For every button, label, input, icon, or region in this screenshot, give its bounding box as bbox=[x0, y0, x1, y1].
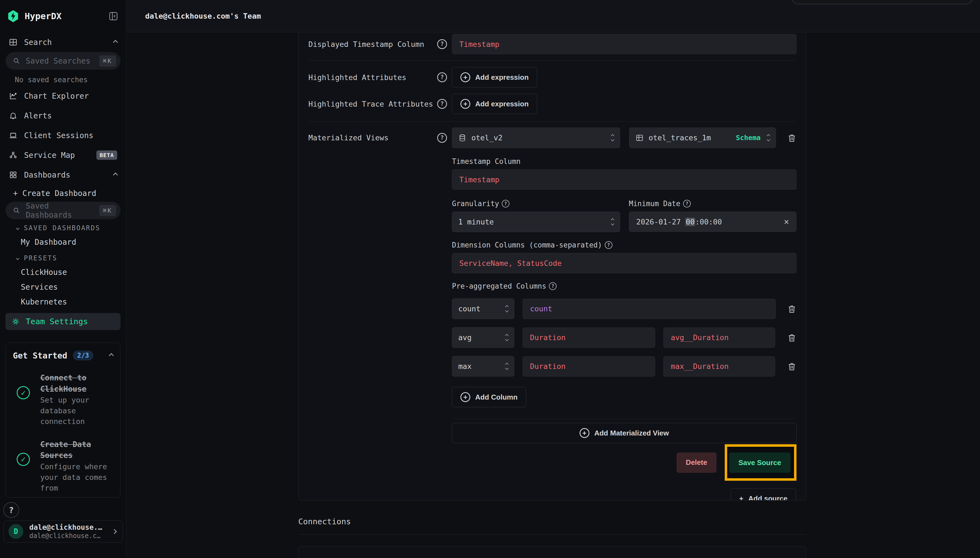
step-create-data-sources[interactable]: ✓ Create Data Sources Configure where yo… bbox=[13, 439, 113, 494]
help-button[interactable]: ? bbox=[3, 502, 19, 518]
sidebar-item-label: Dashboards bbox=[24, 171, 70, 179]
user-menu[interactable]: D dale@clickhouse.… dale@clickhouse.c… bbox=[3, 520, 123, 543]
timestamp-column-input[interactable]: Timestamp bbox=[452, 169, 797, 190]
saved-dashboards-placeholder: Saved Dashboards bbox=[26, 202, 94, 220]
save-source-highlight-ring: Save Source bbox=[725, 444, 797, 481]
button-label: Add Column bbox=[475, 393, 518, 402]
sidebar-collapse-icon[interactable] bbox=[108, 11, 118, 21]
alias-input[interactable]: avg__Duration bbox=[663, 328, 775, 348]
help-icon[interactable]: ? bbox=[502, 200, 509, 207]
plus-circle-icon: + bbox=[460, 72, 470, 82]
database-select[interactable]: otel_v2 bbox=[452, 128, 620, 148]
chevron-up-icon[interactable] bbox=[113, 40, 118, 45]
clear-date-icon[interactable]: × bbox=[784, 217, 789, 227]
delete-row-trash-icon[interactable] bbox=[787, 361, 797, 371]
pre-aggregated-label: Pre-aggregated Columns ? bbox=[452, 282, 797, 290]
help-icon[interactable]: ? bbox=[549, 282, 556, 290]
granularity-select[interactable]: 1 minute bbox=[452, 212, 620, 232]
beta-badge: BETA bbox=[97, 151, 117, 160]
help-icon[interactable]: ? bbox=[437, 72, 447, 82]
sidebar-item-dashboards[interactable]: Dashboards bbox=[5, 165, 121, 185]
table-value: otel_traces_1m bbox=[649, 133, 711, 142]
fn-value: count bbox=[458, 305, 480, 313]
sidebar-item-search[interactable]: Search bbox=[5, 32, 121, 52]
sidebar-item-my-dashboard[interactable]: My Dashboard bbox=[5, 235, 121, 249]
sidebar-item-kubernetes[interactable]: Kubernetes bbox=[5, 294, 121, 309]
expression-input[interactable]: count bbox=[523, 299, 775, 319]
chevron-up-icon[interactable] bbox=[109, 353, 114, 358]
table-select[interactable]: otel_traces_1m Schema bbox=[629, 128, 776, 148]
add-trace-expression-button[interactable]: + Add expression bbox=[452, 94, 537, 114]
help-icon[interactable]: ? bbox=[437, 39, 447, 49]
add-column-button[interactable]: + Add Column bbox=[452, 387, 526, 407]
delete-source-button[interactable]: Delete bbox=[677, 453, 717, 473]
sidebar-item-services[interactable]: Services bbox=[5, 279, 121, 294]
section-saved-dashboards[interactable]: SAVED DASHBOARDS bbox=[5, 219, 121, 235]
help-icon[interactable]: ? bbox=[605, 241, 612, 249]
step-title: Create Data Sources bbox=[40, 439, 113, 461]
add-expression-button[interactable]: + Add expression bbox=[452, 67, 537, 87]
chevron-up-icon[interactable] bbox=[113, 172, 118, 177]
alias-input[interactable]: max__Duration bbox=[663, 356, 775, 377]
section-presets[interactable]: PRESETS bbox=[5, 249, 121, 265]
connections-divider bbox=[298, 534, 807, 535]
sidebar-item-client-sessions[interactable]: Client Sessions bbox=[5, 126, 121, 145]
floating-pill-partial bbox=[791, 0, 973, 4]
sidebar-item-chart-explorer[interactable]: Chart Explorer bbox=[5, 86, 121, 106]
expression-input[interactable]: Duration bbox=[523, 356, 655, 377]
input-value: count bbox=[530, 305, 552, 313]
saved-dashboards-input[interactable]: Saved Dashboards ⌘K bbox=[5, 202, 121, 219]
delete-row-trash-icon[interactable] bbox=[787, 333, 797, 343]
help-icon[interactable]: ? bbox=[437, 99, 447, 109]
gear-icon bbox=[11, 317, 20, 326]
delete-row-trash-icon[interactable] bbox=[787, 304, 797, 314]
database-value: otel_v2 bbox=[471, 133, 502, 142]
aggregation-fn-select[interactable]: count bbox=[452, 299, 514, 319]
button-label: Add expression bbox=[475, 100, 528, 108]
source-settings-card: Displayed Timestamp Column ? Timestamp H… bbox=[298, 32, 807, 501]
sidebar-item-service-map[interactable]: Service Map BETA bbox=[5, 145, 121, 165]
dimension-columns-input[interactable]: ServiceName, StatusCode bbox=[452, 253, 797, 273]
expression-input[interactable]: Duration bbox=[523, 328, 655, 348]
select-chevrons-icon bbox=[506, 305, 508, 312]
table-icon bbox=[9, 38, 18, 47]
input-value: avg__Duration bbox=[671, 333, 728, 342]
page-title: dale@clickhouse.com's Team bbox=[145, 12, 261, 20]
no-saved-searches-text: No saved searches bbox=[5, 70, 121, 86]
sidebar-item-label: Alerts bbox=[24, 111, 52, 120]
main-area: dale@clickhouse.com's Team Displayed Tim… bbox=[126, 0, 980, 558]
user-email: dale@clickhouse.c… bbox=[29, 532, 106, 540]
chart-icon bbox=[9, 92, 18, 100]
save-source-button[interactable]: Save Source bbox=[729, 453, 790, 473]
minimum-date-input[interactable]: 2026-01-27 00:00:00 × bbox=[629, 212, 797, 232]
sidebar-item-label: Service Map bbox=[24, 151, 75, 160]
input-value: max__Duration bbox=[671, 362, 728, 371]
sidebar-item-clickhouse[interactable]: ClickHouse bbox=[5, 265, 121, 279]
app-title: HyperDX bbox=[25, 11, 102, 21]
step-connect-clickhouse[interactable]: ✓ Connect to ClickHouse Set up your data… bbox=[13, 373, 113, 427]
service-map-icon bbox=[9, 151, 18, 159]
create-dashboard-button[interactable]: + Create Dashboard bbox=[5, 185, 121, 202]
button-label: Add source bbox=[748, 494, 787, 501]
aggregation-fn-select[interactable]: max bbox=[452, 356, 514, 377]
chevron-down-icon bbox=[16, 256, 20, 260]
help-icon[interactable]: ? bbox=[683, 200, 691, 207]
displayed-timestamp-input[interactable]: Timestamp bbox=[452, 34, 797, 54]
pre-agg-row: avg Duration avg__Duration bbox=[452, 327, 797, 348]
schema-link[interactable]: Schema bbox=[736, 134, 761, 142]
add-source-button[interactable]: + Add source bbox=[731, 488, 796, 501]
step-title: Connect to ClickHouse bbox=[40, 373, 113, 395]
fn-value: avg bbox=[458, 333, 472, 342]
input-value: Timestamp bbox=[459, 176, 499, 184]
help-icon[interactable]: ? bbox=[437, 133, 447, 143]
delete-view-trash-icon[interactable] bbox=[787, 133, 797, 143]
saved-searches-input[interactable]: Saved Searches ⌘K bbox=[5, 52, 121, 70]
add-materialized-view-button[interactable]: + Add Materialized View bbox=[452, 423, 797, 443]
preset-label: Services bbox=[21, 282, 58, 292]
sidebar-item-team-settings[interactable]: Team Settings bbox=[5, 313, 121, 330]
plus-circle-icon: + bbox=[579, 428, 589, 438]
sidebar-item-alerts[interactable]: Alerts bbox=[5, 106, 121, 126]
create-dashboard-label: + Create Dashboard bbox=[13, 189, 96, 198]
aggregation-fn-select[interactable]: avg bbox=[452, 327, 514, 348]
input-value: Timestamp bbox=[459, 40, 499, 49]
